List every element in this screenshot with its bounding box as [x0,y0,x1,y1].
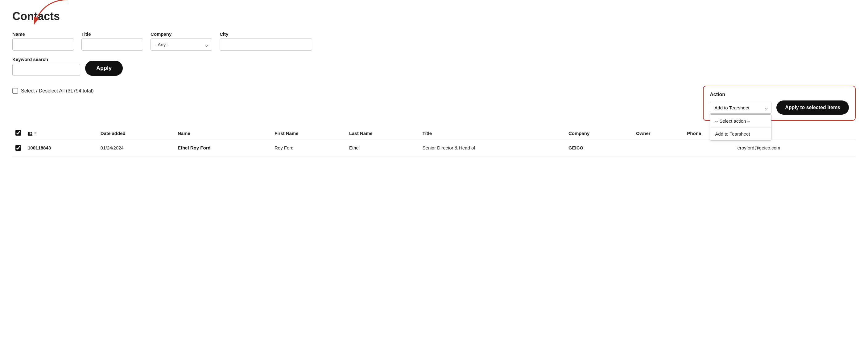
company-select-wrap: - Any - ⌄ [151,38,212,50]
city-input[interactable] [220,38,312,50]
row-phone-cell [684,140,734,157]
select-all-checkbox[interactable] [12,88,18,94]
select-all-label: Select / Deselect All (31794 total) [21,88,94,94]
filters-row: Name Title Company - Any - ⌄ City [12,31,856,50]
name-label: Name [12,31,74,37]
th-name: Name [175,126,272,140]
action-box-label: Action [710,92,849,97]
keyword-row: Keyword search Apply [12,57,856,76]
row-date-cell: 01/24/2024 [97,140,175,157]
id-sort-link[interactable]: ID [28,131,32,136]
action-select[interactable]: Add to Tearsheet [710,102,771,114]
row-company-cell: GEICO [565,140,633,157]
action-box: Action Add to Tearsheet ⌄ -- Select acti… [703,86,856,121]
th-id: ID ≡ [25,126,97,140]
row-email-cell: eroyford@geico.com [735,140,856,157]
action-box-inner-row: Add to Tearsheet ⌄ -- Select action -- A… [710,100,849,120]
apply-to-selected-button[interactable]: Apply to selected items [776,100,849,115]
row-company-link[interactable]: GEICO [568,145,583,150]
apply-button[interactable]: Apply [85,61,123,76]
row-firstname-cell: Roy Ford [272,140,346,157]
action-bar: Select / Deselect All (31794 total) Acti… [12,86,856,121]
dropdown-item-add-tearsheet[interactable]: Add to Tearsheet [710,128,771,140]
sort-icon: ≡ [34,131,37,136]
dropdown-item-select-action[interactable]: -- Select action -- [710,115,771,127]
city-filter-group: City [220,31,312,50]
title-input[interactable] [82,38,143,50]
action-select-wrap: Add to Tearsheet ⌄ [710,102,771,114]
company-filter-group: Company - Any - ⌄ [151,31,212,50]
action-dropdown-menu: -- Select action -- Add to Tearsheet [710,114,771,140]
row-checkbox-cell [12,140,25,157]
row-title-cell: Senior Director & Head of [420,140,565,157]
row-name-cell: Ethel Roy Ford [175,140,272,157]
th-date-added: Date added [97,126,175,140]
row-id-cell: 100118843 [25,140,97,157]
row-owner-cell [633,140,684,157]
th-last-name: Last Name [346,126,420,140]
th-checkbox [12,126,25,140]
th-title: Title [420,126,565,140]
table-body: 100118843 01/24/2024 Ethel Roy Ford Roy … [12,140,856,157]
title-filter-group: Title [82,31,143,50]
th-company: Company [565,126,633,140]
city-label: City [220,31,312,37]
title-label: Title [82,31,143,37]
select-all-group: Select / Deselect All (31794 total) [12,88,94,94]
company-select[interactable]: - Any - [151,38,212,50]
name-filter-group: Name [12,31,74,50]
th-first-name: First Name [272,126,346,140]
row-checkbox[interactable] [16,145,21,151]
row-lastname-cell: Ethel [346,140,420,157]
row-name-link[interactable]: Ethel Roy Ford [178,145,211,150]
keyword-filter-group: Keyword search [12,57,80,76]
action-dropdown-container: Add to Tearsheet ⌄ -- Select action -- A… [710,102,771,114]
page-title: Contacts [12,10,856,23]
keyword-input[interactable] [12,64,80,76]
th-owner: Owner [633,126,684,140]
header-checkbox[interactable] [16,130,21,136]
name-input[interactable] [12,38,74,50]
keyword-label: Keyword search [12,57,80,62]
company-label: Company [151,31,212,37]
row-id-link[interactable]: 100118843 [28,145,51,150]
table-row: 100118843 01/24/2024 Ethel Roy Ford Roy … [12,140,856,157]
